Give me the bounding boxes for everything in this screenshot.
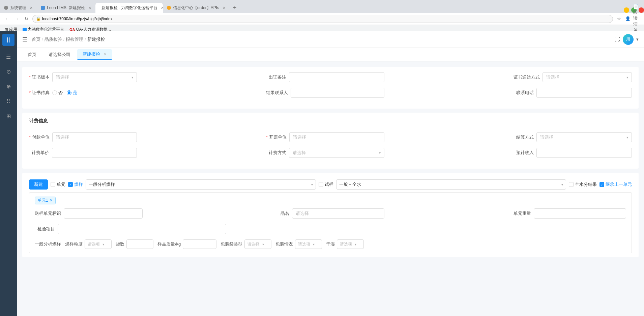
sidebar-item-grid[interactable]: ⊞ bbox=[2, 109, 15, 123]
app-logo[interactable]: || bbox=[2, 34, 14, 46]
browser-tab-api[interactable]: 信息化中心【order】APIs ✕ bbox=[163, 3, 230, 13]
unit-weight-input[interactable] bbox=[534, 208, 626, 219]
fee-unit-input[interactable] bbox=[52, 148, 137, 158]
invoice-unit-select[interactable]: 请选择 bbox=[289, 132, 384, 142]
sidebar-item-menu[interactable]: ☰ bbox=[2, 50, 15, 63]
fullscreen-button[interactable]: ⛶ bbox=[615, 36, 620, 42]
cert-fax-label: 证书传真 bbox=[29, 90, 50, 96]
unit-tab-close-icon[interactable]: ✕ bbox=[50, 198, 53, 203]
dry-wet-select[interactable]: 请选项 ▾ bbox=[337, 239, 364, 249]
browser-tab-system[interactable]: 系统管理 ✕ bbox=[0, 3, 37, 13]
fee-unit-item: 计费单价 bbox=[29, 148, 137, 158]
coal-sample-label: 煤样 bbox=[74, 181, 83, 188]
form-area: 证书版本 请选择 ▾ 出证备注 证书送达方 bbox=[17, 61, 644, 316]
inherit-checkbox[interactable]: ✓ 继承上一单元 bbox=[599, 181, 632, 188]
sample-unit-item: 送样单元标识 bbox=[35, 208, 143, 219]
page-tab-home-label: 首页 bbox=[28, 52, 36, 57]
contact-phone-input[interactable] bbox=[536, 88, 632, 98]
settlement-select[interactable]: 请选择 ▾ bbox=[536, 132, 632, 142]
coal-particle-item: 煤样粒度 请选项 ▾ bbox=[65, 239, 112, 249]
cert-delivery-placeholder: 请选择 bbox=[546, 74, 559, 80]
product-select[interactable]: 请选择 bbox=[292, 208, 385, 219]
unit-tab-1[interactable]: 单元1 ✕ bbox=[35, 197, 56, 204]
coal-particle-select[interactable]: 请选项 ▾ bbox=[85, 239, 112, 249]
settlement-item: 结算方式 请选择 ▾ bbox=[514, 132, 632, 142]
grid-icon: ⊞ bbox=[6, 113, 11, 119]
unit-weight-item: 单元重量 bbox=[511, 208, 626, 219]
reload-button[interactable]: ↻ bbox=[23, 16, 30, 22]
page-tab-close-icon[interactable]: ✕ bbox=[104, 52, 107, 56]
settlement-placeholder: 请选择 bbox=[540, 134, 553, 140]
bags-label: 袋数 bbox=[116, 241, 124, 247]
breadcrumb-report-mgmt[interactable]: 报检管理 bbox=[66, 36, 83, 42]
radio-yes[interactable]: 是 bbox=[67, 90, 77, 96]
cert-version-placeholder: 请选择 bbox=[56, 74, 69, 80]
page-tab-company[interactable]: 请选择公司 bbox=[43, 50, 76, 60]
new-button[interactable]: 新建 bbox=[29, 179, 48, 190]
breadcrumb-quality[interactable]: 品质检验 bbox=[45, 36, 62, 42]
cert-delivery-select[interactable]: 请选择 ▾ bbox=[543, 72, 632, 82]
unit-label: 单元 bbox=[57, 181, 65, 188]
result-contact-input[interactable] bbox=[291, 88, 384, 98]
general-analysis-label: 一般分析煤样 bbox=[89, 181, 115, 188]
browser-tab-new-report[interactable]: 新建报检 - 力鸿数字化运营平台 ✕ bbox=[95, 3, 163, 13]
dropdown-icon[interactable]: ▾ bbox=[636, 37, 639, 42]
tab-close-system[interactable]: ✕ bbox=[30, 6, 33, 10]
fee-method-select[interactable]: 请选择 ▾ bbox=[289, 148, 384, 158]
page-tab-new-report[interactable]: 新建报检 ✕ bbox=[77, 49, 112, 60]
bookmarks-icon[interactable]: ☆ bbox=[616, 16, 622, 22]
result-contact-item: 结果联系人 bbox=[266, 88, 384, 98]
unit-weight-label: 单元重量 bbox=[511, 210, 531, 217]
cert-version-arrow-icon: ▾ bbox=[131, 76, 133, 79]
general-analysis-select[interactable]: 一般分析煤样 ▾ bbox=[86, 179, 316, 190]
analysis-row: 一般分析煤样 煤样粒度 请选项 ▾ 袋 bbox=[35, 239, 626, 249]
billing-title: 计费信息 bbox=[29, 118, 632, 127]
package-arrow-icon: ▾ bbox=[313, 242, 315, 246]
settlement-arrow-icon: ▾ bbox=[626, 136, 628, 139]
package-type-arrow-icon: ▾ bbox=[262, 242, 264, 246]
package-type-item: 包装袋类型 请选择 ▾ bbox=[221, 239, 271, 249]
browser-tab-lims[interactable]: Leon LIMS_新建报检 ✕ bbox=[37, 3, 95, 13]
address-input[interactable] bbox=[42, 17, 609, 21]
page-tabs: 首页 请选择公司 新建报检 ✕ bbox=[17, 48, 644, 61]
page-tab-home[interactable]: 首页 bbox=[22, 50, 42, 60]
sidebar-item-add[interactable]: ⊕ bbox=[2, 80, 15, 93]
radio-no[interactable]: 否 bbox=[52, 90, 63, 96]
coal-sample-checkbox[interactable]: ✓ 煤样 bbox=[68, 181, 83, 188]
unit-checkbox[interactable]: 单元 bbox=[51, 181, 65, 188]
expected-income-input[interactable] bbox=[536, 148, 632, 158]
sample-unit-input[interactable] bbox=[64, 208, 143, 219]
tab-close-new-report[interactable]: ✕ bbox=[161, 6, 163, 10]
minimize-button[interactable] bbox=[624, 7, 629, 13]
new-tab-button[interactable]: + bbox=[230, 3, 240, 13]
trial-sample-checkbox[interactable]: 试样 bbox=[319, 181, 333, 188]
general-full-select[interactable]: 一般＋全水 ▾ bbox=[336, 179, 566, 190]
package-type-select[interactable]: 请选择 ▾ bbox=[244, 239, 271, 249]
pay-unit-select[interactable]: 请选择 bbox=[52, 132, 137, 142]
forward-button[interactable]: → bbox=[13, 16, 20, 22]
cert-fax-radio-group: 否 是 bbox=[52, 90, 77, 96]
package-type-placeholder: 请选择 bbox=[247, 241, 260, 247]
sample-quality-input[interactable] bbox=[183, 239, 216, 249]
back-button[interactable]: ← bbox=[4, 16, 11, 22]
new-button-label: 新建 bbox=[34, 181, 43, 188]
address-bar[interactable]: 🔒 bbox=[32, 15, 613, 23]
tab-close-api[interactable]: ✕ bbox=[223, 6, 226, 10]
bags-input[interactable] bbox=[126, 239, 153, 249]
sidebar-item-home[interactable]: ⊙ bbox=[2, 65, 15, 78]
coal-particle-label: 煤样粒度 bbox=[65, 241, 83, 247]
cert-remarks-input[interactable] bbox=[289, 72, 384, 82]
breadcrumb-sep1: / bbox=[42, 37, 43, 42]
avatar[interactable]: 用 bbox=[623, 34, 634, 45]
package-select[interactable]: 请选项 ▾ bbox=[295, 239, 322, 249]
nav-toggle-icon[interactable]: ☰ bbox=[22, 36, 28, 43]
tab-label-lims: Leon LIMS_新建报检 bbox=[47, 5, 85, 11]
full-water-checkbox[interactable]: 全水分结果 bbox=[569, 181, 597, 188]
cert-version-select[interactable]: 请选择 ▾ bbox=[52, 72, 137, 82]
tab-close-lims[interactable]: ✕ bbox=[88, 6, 91, 10]
breadcrumb-home[interactable]: 首页 bbox=[32, 36, 40, 42]
sidebar-item-list[interactable]: ⠿ bbox=[2, 94, 15, 108]
profile-icon[interactable]: 👤 bbox=[624, 16, 631, 22]
readlist-icon[interactable]: 📄 阅读清单 bbox=[633, 16, 640, 22]
test-items-input[interactable] bbox=[58, 224, 226, 234]
